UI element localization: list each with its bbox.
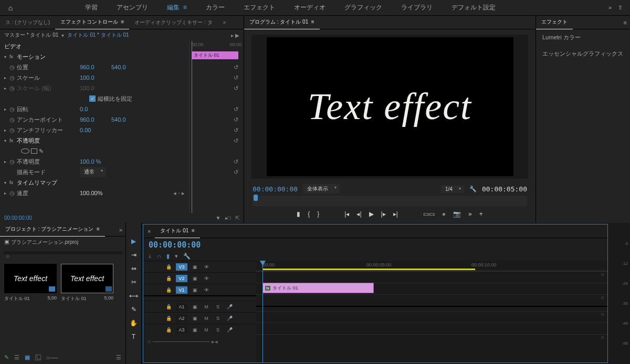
- video-track-v3[interactable]: V3: [176, 263, 187, 271]
- timeline-tracks-area[interactable]: ;00;00 00:00:05:00 00:00:10:00 fxタイトル 01…: [256, 261, 607, 362]
- effect-controls-tab[interactable]: エフェクトコントロール ≡: [55, 15, 129, 29]
- go-to-out-icon[interactable]: ▸|: [393, 210, 398, 218]
- fx-badge-icon[interactable]: fx: [9, 54, 17, 59]
- workspace-learn[interactable]: 学習: [76, 0, 107, 16]
- workspace-assembly[interactable]: アセンブリ: [107, 0, 158, 16]
- record-icon[interactable]: ●: [442, 210, 446, 218]
- lock-icon[interactable]: 🔒: [164, 276, 173, 281]
- mark-in-icon[interactable]: ▮: [297, 210, 300, 218]
- workspace-default[interactable]: デフォルト設定: [442, 0, 505, 16]
- step-forward-icon[interactable]: |▸: [381, 210, 386, 218]
- toggle-output-icon[interactable]: ▣: [191, 287, 199, 293]
- antiflicker-value[interactable]: 0.00: [80, 127, 111, 133]
- timeline-clip[interactable]: fxタイトル 01: [262, 283, 374, 293]
- track-select-tool-icon[interactable]: ⇥: [131, 251, 136, 259]
- source-tab[interactable]: ス : (クリップなし): [0, 16, 55, 29]
- blend-mode-select[interactable]: 通常: [80, 167, 106, 177]
- linked-selection-icon[interactable]: ∩: [157, 253, 161, 260]
- stopwatch-icon[interactable]: ◷: [9, 64, 17, 71]
- hand-tool-icon[interactable]: ✋: [130, 319, 138, 327]
- solo-icon[interactable]: S: [214, 316, 222, 321]
- audio-mixer-tab[interactable]: オーディオクリップミキサー : タ: [129, 16, 217, 29]
- add-icon[interactable]: +: [479, 210, 483, 218]
- solo-icon[interactable]: S: [214, 304, 222, 309]
- go-to-in-icon[interactable]: |◂: [344, 210, 349, 218]
- marker-add-icon[interactable]: ▾: [175, 253, 178, 260]
- timeline-ruler[interactable]: ;00;00 00:00:05:00 00:00:10:00: [256, 261, 607, 271]
- stopwatch-icon[interactable]: ◷: [9, 116, 17, 123]
- pen-mask-icon[interactable]: ✎: [39, 148, 44, 155]
- lock-icon[interactable]: 🔒: [164, 327, 173, 333]
- step-back-icon[interactable]: ◂|: [356, 210, 361, 218]
- project-item[interactable]: Text effect タイトル 015;00: [61, 264, 113, 302]
- ripple-tool-icon[interactable]: ⇔: [131, 265, 136, 272]
- fit-select[interactable]: 全体表示: [303, 184, 340, 194]
- clip-thumbnail[interactable]: Text effect: [4, 264, 57, 293]
- program-timecode[interactable]: 00:00:00:00: [253, 185, 298, 193]
- snap-icon[interactable]: ⫰: [149, 253, 152, 260]
- stopwatch-icon[interactable]: ◷: [9, 106, 17, 113]
- snapshot-icon[interactable]: 📷: [453, 210, 461, 218]
- program-canvas[interactable]: Text effect: [267, 37, 513, 176]
- bracket-in-icon[interactable]: {: [308, 210, 310, 218]
- voice-icon[interactable]: 🎤: [225, 304, 234, 309]
- workspace-library[interactable]: ライブラリ: [392, 0, 442, 16]
- workspace-color[interactable]: カラー: [196, 0, 234, 16]
- essential-graphics-item[interactable]: エッセンシャルグラフィックス: [536, 46, 630, 62]
- timeline-playhead[interactable]: [262, 261, 263, 362]
- effect-mini-timeline[interactable]: 00;00 00:00 タイトル 01: [189, 41, 244, 213]
- overflow-icon[interactable]: »: [218, 16, 232, 28]
- work-area-bar[interactable]: [262, 269, 475, 270]
- project-item[interactable]: Text effect タイトル 015;00: [4, 264, 57, 302]
- project-search[interactable]: [3, 251, 122, 254]
- video-track-v2[interactable]: V2: [176, 275, 187, 282]
- selection-tool-icon[interactable]: ▶: [131, 238, 136, 245]
- workspace-effects[interactable]: エフェクト: [234, 0, 285, 16]
- uniform-scale-checkbox[interactable]: ✓: [89, 95, 96, 102]
- list-view-icon[interactable]: ☰: [14, 354, 19, 361]
- position-y[interactable]: 540.0: [111, 64, 143, 70]
- clip-thumbnail[interactable]: Text effect: [61, 264, 113, 293]
- voice-icon[interactable]: 🎤: [225, 327, 234, 333]
- motion-effect[interactable]: モーション: [17, 53, 46, 61]
- fx-badge-icon[interactable]: fx: [9, 138, 17, 143]
- share-icon[interactable]: ⇧: [618, 4, 623, 11]
- rect-mask-icon[interactable]: [31, 148, 37, 154]
- lock-icon[interactable]: 🔒: [164, 304, 173, 309]
- ellipse-mask-icon[interactable]: [21, 148, 29, 154]
- wrench-icon[interactable]: 🔧: [469, 186, 477, 192]
- settings-icon[interactable]: 🔧: [183, 253, 191, 260]
- lock-icon[interactable]: 🔒: [164, 316, 173, 321]
- workspace-edit[interactable]: 編集 ≡: [158, 0, 196, 16]
- opacity-effect[interactable]: 不透明度: [17, 137, 40, 145]
- type-tool-icon[interactable]: T: [132, 333, 135, 340]
- toggle-output-icon[interactable]: ▣: [191, 264, 199, 270]
- bracket-out-icon[interactable]: }: [317, 210, 319, 218]
- mute-icon[interactable]: M: [202, 327, 211, 333]
- effect-timecode[interactable]: 00:00:00:00: [4, 215, 32, 221]
- overflow-icon[interactable]: »: [468, 210, 472, 218]
- audio-track-a3[interactable]: A3: [176, 326, 187, 334]
- toggle-output-icon[interactable]: ▣: [191, 276, 199, 281]
- project-tab[interactable]: プロジェクト : ブラシアニメーション ≡: [0, 222, 105, 237]
- eye-icon[interactable]: 👁: [202, 276, 211, 281]
- program-scrubber[interactable]: [253, 196, 527, 206]
- rotation-value[interactable]: 0.0: [80, 106, 111, 112]
- lock-icon[interactable]: 🔒: [164, 287, 173, 293]
- play-icon[interactable]: ▶: [369, 210, 374, 218]
- eye-icon[interactable]: 👁: [202, 264, 211, 270]
- markers-icon[interactable]: ▮: [166, 253, 170, 260]
- timeremap-effect[interactable]: タイムリマップ: [17, 179, 57, 187]
- solo-icon[interactable]: S: [214, 327, 222, 333]
- anchor-y[interactable]: 540.0: [111, 116, 143, 123]
- freeform-view-icon[interactable]: ⿺: [35, 355, 41, 361]
- workspace-audio[interactable]: オーディオ: [285, 0, 335, 16]
- fx-badge-icon[interactable]: fx: [9, 180, 17, 185]
- lumetri-color-item[interactable]: Lumetri カラー: [536, 29, 630, 46]
- scale-value[interactable]: 100.0: [80, 74, 111, 81]
- workspace-graphics[interactable]: グラフィック: [335, 0, 392, 16]
- stopwatch-icon[interactable]: ◷: [9, 74, 17, 81]
- timeline-timecode[interactable]: 00:00:00:00: [143, 238, 607, 252]
- zoom-slider[interactable]: ○──: [46, 355, 58, 361]
- audio-track-a1[interactable]: A1: [176, 303, 187, 311]
